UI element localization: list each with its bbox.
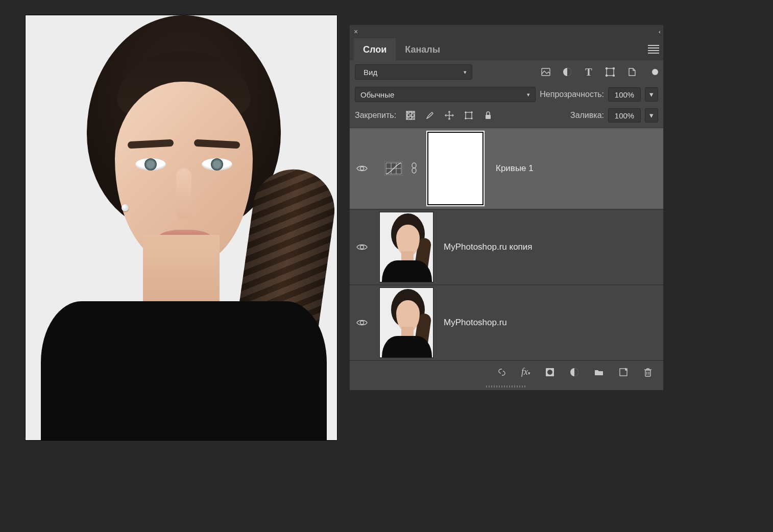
mask-link-icon[interactable] [410,162,418,175]
fill-stepper[interactable]: ▾ [645,108,658,123]
visibility-toggle[interactable] [355,317,369,329]
layer-name: MyPhotoshop.ru [444,318,507,328]
svg-point-6 [613,68,615,69]
panel-menu-icon[interactable] [648,43,659,55]
lock-artboard-icon[interactable] [464,110,474,120]
layer-name: Кривые 1 [496,163,534,174]
filter-image-icon[interactable] [541,67,551,77]
svg-point-31 [360,246,364,249]
layers-panel: × ‹‹ Слои Каналы Вид ▾ [349,25,664,391]
svg-point-24 [360,167,364,171]
chevron-down-icon: ▾ [464,69,467,76]
tab-label: Каналы [405,44,440,55]
svg-rect-37 [645,370,650,376]
collapse-icon[interactable]: ‹‹ [659,29,659,35]
filter-type-icon[interactable]: T [584,67,594,77]
svg-rect-9 [406,111,415,119]
svg-point-8 [613,75,615,77]
layer-row[interactable]: Кривые 1 [350,128,663,209]
layer-thumb[interactable] [379,287,433,358]
new-adjustment-icon[interactable] [569,367,579,377]
add-mask-icon[interactable] [545,367,555,377]
panel-resize-grip[interactable] [350,383,663,390]
layer-mask-thumb[interactable] [425,130,486,207]
adjustment-curves-icon[interactable] [384,161,403,176]
tab-channels[interactable]: Каналы [396,38,449,60]
fill-value[interactable]: 100% [608,108,641,123]
layer-kind-dropdown[interactable]: Вид ▾ [355,64,472,80]
panel-tabs: Слои Каналы [354,38,449,60]
opacity-stepper[interactable]: ▾ [645,87,658,102]
new-group-icon[interactable] [594,367,604,377]
blend-mode-value: Обычные [360,90,394,99]
svg-point-29 [412,163,416,168]
delete-layer-icon[interactable] [643,367,653,377]
layer-row[interactable]: MyPhotoshop.ru копия [350,209,663,285]
visibility-toggle[interactable] [355,162,369,175]
filter-smartobject-icon[interactable] [626,67,637,77]
dropdown-label: Вид [364,68,377,77]
lock-label: Закрепить: [355,111,396,120]
svg-rect-4 [607,68,614,76]
close-icon[interactable]: × [354,28,358,36]
svg-point-30 [412,168,416,173]
svg-point-5 [606,68,608,69]
svg-point-32 [360,321,364,325]
layers-footer: fx▾ [350,360,663,383]
svg-rect-14 [466,112,472,118]
filter-adjustment-icon[interactable] [562,67,572,77]
canvas-image[interactable] [26,15,337,440]
visibility-toggle[interactable] [355,241,369,253]
layer-row[interactable]: MyPhotoshop.ru [350,285,663,360]
svg-point-34 [547,370,552,375]
layer-name: MyPhotoshop.ru копия [444,242,533,252]
chevron-down-icon: ▾ [527,91,530,98]
lock-all-icon[interactable] [483,110,493,120]
blend-mode-dropdown[interactable]: Обычные ▾ [355,87,536,102]
portrait-illustration [26,15,337,440]
panel-titlebar: × ‹‹ [350,25,663,38]
tab-layers[interactable]: Слои [354,38,396,60]
fill-label: Заливка: [570,111,604,120]
layer-fx-icon[interactable]: fx▾ [521,367,530,377]
filter-shape-icon[interactable] [605,67,615,77]
filter-toggle[interactable] [652,69,658,75]
new-layer-icon[interactable] [618,367,629,377]
opacity-label: Непрозрачность: [540,90,604,99]
svg-rect-23 [486,115,491,119]
layers-list: Кривые 1 MyPhotoshop.ru копия MyPhotosho… [350,128,663,360]
svg-point-7 [606,75,608,77]
lock-transparency-icon[interactable] [405,110,416,120]
lock-paint-icon[interactable] [425,110,435,120]
tab-label: Слои [363,44,386,55]
layer-thumb[interactable] [379,212,433,282]
link-layers-icon[interactable] [497,367,507,377]
layer-type-filters: T [541,67,658,77]
lock-position-icon[interactable] [444,110,454,120]
opacity-value[interactable]: 100% [608,87,641,102]
